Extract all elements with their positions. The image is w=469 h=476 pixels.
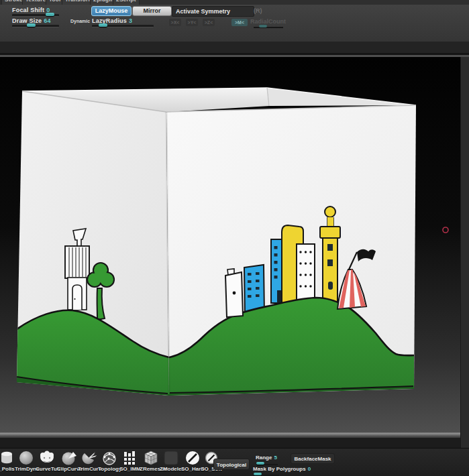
focal-shift-slider[interactable]: Focal Shift0 <box>12 7 50 13</box>
activate-symmetry-button[interactable]: Activate Symmetry <box>172 6 254 17</box>
document-canvas[interactable] <box>0 57 460 432</box>
brush-trimdyna[interactable]: TrimDyna <box>15 451 38 476</box>
dynamic-toggle[interactable]: Dynamic <box>70 19 90 23</box>
focal-shift-label: Focal Shift <box>12 7 44 13</box>
topological-button[interactable]: Topological <box>213 459 250 470</box>
sculpt-model-box[interactable] <box>17 88 416 396</box>
brush-clipcurve[interactable]: ClipCurve <box>57 451 80 476</box>
symmetry-x-button[interactable]: >X< <box>169 19 181 26</box>
lazy-radius-slider[interactable]: LazyRadius3 <box>92 17 132 24</box>
canvas-right-margin <box>460 57 469 448</box>
topology-sphere-brush-icon <box>101 451 118 465</box>
mirror-button[interactable]: Mirror <box>132 6 172 16</box>
brush-topology[interactable]: Topology <box>98 451 121 476</box>
brush-label: TrimCurv <box>78 466 101 472</box>
draw-size-track[interactable] <box>12 25 59 27</box>
brush-label: ClipCurve <box>57 466 80 472</box>
backface-mask-button[interactable]: BackfaceMask <box>291 453 335 464</box>
radial-count-track[interactable] <box>254 27 283 28</box>
draw-size-value: 64 <box>44 17 50 24</box>
trim-curve-brush-icon <box>81 451 98 465</box>
canvas-bottom-scroll-bar[interactable] <box>0 432 460 438</box>
brush-zmodeler[interactable]: ZModeler <box>160 451 183 476</box>
lazy-radius-value: 3 <box>129 17 132 24</box>
imm-blocks-brush-icon <box>121 451 139 465</box>
symmetry-z-button[interactable]: >Z< <box>203 19 215 26</box>
menubar: Stroke Texture Tool Transform Zplugin ZS… <box>0 0 469 5</box>
brush-label: CurveTub <box>36 466 58 472</box>
menu-zscript[interactable]: ZScript <box>113 0 140 5</box>
brush-label: ZModeler <box>160 466 183 472</box>
symmetry-hotkey-hint: (R) <box>254 7 262 14</box>
mask-by-polygroups-slider[interactable]: Mask By Polygroups0 <box>253 466 311 472</box>
toolbar-canvas-gap <box>0 42 469 53</box>
zmodeler-square-brush-icon <box>162 451 180 465</box>
draw-size-knob[interactable] <box>27 23 36 27</box>
brush-curvetub[interactable]: CurveTub <box>36 451 58 476</box>
remesh-cube-brush-icon <box>142 451 160 465</box>
blob-creature-brush-icon <box>38 451 56 465</box>
top-toolbar: Focal Shift0 LazyMouse Mirror Activate S… <box>0 5 469 42</box>
brush-label: TrimDyna <box>15 466 38 472</box>
lazy-radius-knob[interactable] <box>99 23 107 27</box>
clipped-sphere-brush-icon <box>60 451 77 465</box>
canvas-bottom-gap <box>0 438 460 448</box>
range-label: Range <box>256 455 272 461</box>
mask-by-polygroups-value: 0 <box>308 466 311 472</box>
radial-count-knob[interactable] <box>259 25 267 27</box>
brush-label: SO_IMM <box>119 466 142 472</box>
small-white-building-drawing <box>225 269 243 317</box>
brush-label: Topology <box>98 466 121 472</box>
radial-count-slider[interactable]: RadialCount <box>250 18 286 25</box>
symmetry-y-button[interactable]: >Y< <box>186 19 198 26</box>
range-value: 5 <box>274 455 276 461</box>
brush-shelf: _Polis TrimDyna CurveTub ClipCurve Trim <box>0 448 469 476</box>
brush-label: ZRemeshe <box>140 466 162 472</box>
lazymouse-button[interactable]: LazyMouse <box>91 6 132 16</box>
mask-by-polygroups-knob[interactable] <box>254 473 262 475</box>
brush-trimcurv[interactable]: TrimCurv <box>78 451 101 476</box>
focal-shift-knob[interactable] <box>46 13 54 16</box>
range-knob[interactable] <box>256 462 264 465</box>
dotted-building-drawing <box>297 244 315 302</box>
hard-stroke-brush-icon <box>184 451 201 465</box>
sphere-brush-icon <box>17 451 35 465</box>
brush-zremeshe[interactable]: ZRemeshe <box>140 451 162 476</box>
symmetry-m-button[interactable]: >M< <box>231 19 248 26</box>
brush-so-imm[interactable]: SO_IMM <box>119 451 142 476</box>
cylinder-primitive-icon <box>0 451 15 465</box>
range-slider[interactable]: Range5 <box>256 455 277 461</box>
mask-by-polygroups-label: Mask By Polygroups <box>253 466 306 472</box>
lazy-radius-label: LazyRadius <box>92 17 127 24</box>
